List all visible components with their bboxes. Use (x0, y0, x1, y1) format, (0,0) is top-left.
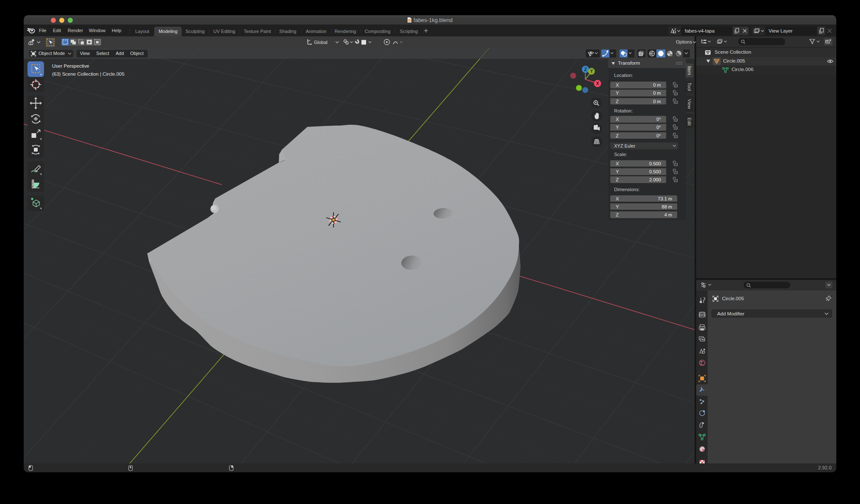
svg-text:X: X (596, 81, 599, 86)
svg-text:User Perspective: User Perspective (52, 63, 89, 68)
svg-text:(63) Scene Collection | Circle: (63) Scene Collection | Circle.005 (52, 71, 124, 77)
svg-text:Z: Z (584, 67, 587, 72)
svg-text:Global: Global (314, 40, 328, 45)
svg-text:Y: Y (590, 69, 593, 74)
